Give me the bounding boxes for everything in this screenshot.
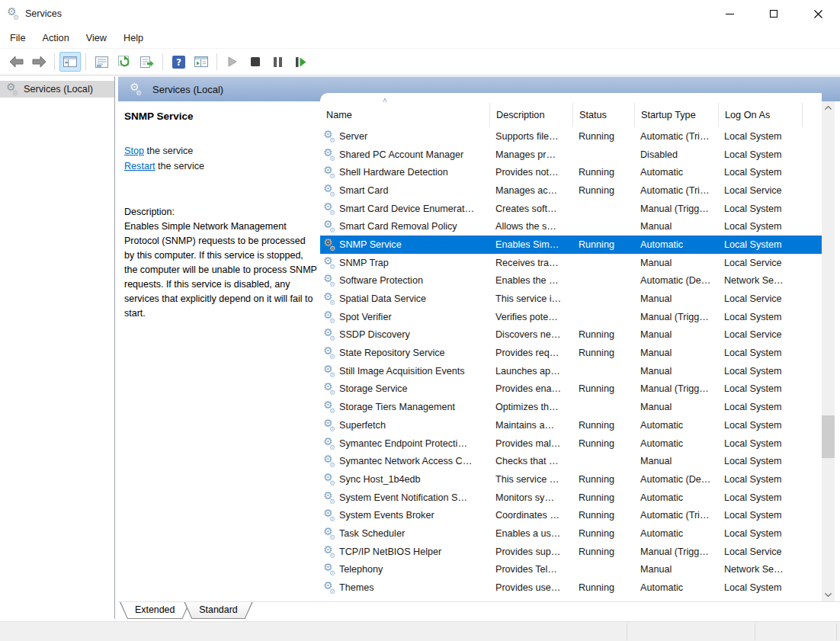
stop-service-link[interactable]: Stop bbox=[124, 146, 144, 156]
tab-standard[interactable]: Standard bbox=[184, 602, 252, 619]
menu-help[interactable]: Help bbox=[115, 27, 152, 48]
service-log-on-as: Local System bbox=[719, 204, 803, 214]
service-row[interactable]: Still Image Acquisition Events Launches … bbox=[320, 362, 822, 380]
service-row[interactable]: Themes Provides use… Running Automatic L… bbox=[320, 579, 822, 597]
column-header-startup-type[interactable]: Startup Type bbox=[635, 103, 719, 127]
service-name: Spot Verifier bbox=[339, 312, 392, 322]
close-button[interactable] bbox=[796, 0, 840, 27]
service-row[interactable]: SNMP Service Enables Sim… Running Automa… bbox=[320, 236, 822, 254]
scrollbar-thumb[interactable] bbox=[822, 415, 835, 458]
service-description: Monitors sy… bbox=[490, 492, 573, 503]
service-row[interactable]: Smart Card Removal Policy Allows the s… … bbox=[320, 217, 822, 236]
service-row[interactable]: State Repository Service Provides req… R… bbox=[320, 344, 822, 362]
maximize-button[interactable] bbox=[752, 0, 796, 27]
service-name: Software Protection bbox=[339, 275, 423, 286]
service-row[interactable]: Symantec Network Access C… Checks that …… bbox=[320, 452, 822, 470]
minimize-button[interactable] bbox=[707, 0, 752, 27]
service-row[interactable]: Software Protection Enables the … Automa… bbox=[320, 272, 822, 290]
pause-icon bbox=[274, 57, 283, 67]
service-row[interactable]: Storage Tiers Management Optimizes th… M… bbox=[320, 398, 822, 416]
service-name-cell: Smart Card Device Enumerat… bbox=[320, 203, 490, 215]
service-row[interactable]: Shared PC Account Manager Manages pr… Di… bbox=[320, 146, 822, 164]
tree-item-services-local[interactable]: Services (Local) bbox=[0, 81, 114, 98]
restart-service-button[interactable] bbox=[290, 52, 312, 72]
column-header-status[interactable]: Status bbox=[573, 103, 635, 127]
service-name: Smart Card bbox=[339, 185, 388, 196]
service-description: Provides req… bbox=[490, 348, 573, 358]
restart-service-link[interactable]: Restart bbox=[124, 161, 155, 171]
start-service-button[interactable] bbox=[222, 52, 243, 72]
service-status: Running bbox=[573, 131, 635, 142]
vertical-scrollbar[interactable] bbox=[822, 101, 835, 601]
service-status: Running bbox=[573, 348, 635, 358]
column-header-description[interactable]: Description bbox=[490, 103, 573, 127]
help-button[interactable]: ? bbox=[168, 52, 189, 72]
service-startup-type: Manual bbox=[635, 221, 719, 232]
service-row[interactable]: Superfetch Maintains a… Running Automati… bbox=[320, 416, 822, 434]
service-description: Creates soft… bbox=[490, 204, 573, 214]
service-name-cell: Storage Tiers Management bbox=[320, 401, 490, 413]
service-row[interactable]: SSDP Discovery Discovers ne… Running Man… bbox=[320, 326, 822, 345]
scroll-down-button[interactable] bbox=[822, 588, 835, 601]
service-description: Coordinates … bbox=[490, 510, 573, 521]
service-row[interactable]: Sync Host_1b4edb This service … Running … bbox=[320, 470, 822, 489]
service-startup-type: Manual (Trigg… bbox=[635, 312, 719, 322]
forward-button[interactable] bbox=[28, 52, 50, 72]
service-log-on-as: Local Service bbox=[719, 329, 803, 340]
service-description-block: Description: Enables Simple Network Mana… bbox=[124, 205, 318, 321]
service-row[interactable]: Server Supports file… Running Automatic … bbox=[320, 127, 822, 146]
service-row[interactable]: Shell Hardware Detection Provides not… R… bbox=[320, 163, 822, 181]
service-row[interactable]: Task Scheduler Enables a us… Running Aut… bbox=[320, 524, 822, 543]
service-startup-type: Automatic bbox=[635, 239, 719, 250]
service-row[interactable]: System Events Broker Coordinates … Runni… bbox=[320, 506, 822, 524]
service-row[interactable]: Storage Service Provides ena… Running Ma… bbox=[320, 380, 822, 399]
service-log-on-as: Local System bbox=[719, 420, 803, 431]
service-gear-icon bbox=[323, 455, 335, 467]
scroll-up-button[interactable] bbox=[822, 101, 835, 114]
service-row[interactable]: System Event Notification S… Monitors sy… bbox=[320, 489, 822, 507]
tab-extended[interactable]: Extended bbox=[120, 602, 190, 619]
pause-service-button[interactable] bbox=[268, 52, 289, 72]
service-name-cell: Shell Hardware Detection bbox=[320, 166, 490, 178]
show-action-pane-button[interactable] bbox=[191, 52, 212, 72]
column-header-log-on-as[interactable]: Log On As bbox=[719, 103, 803, 127]
service-log-on-as: Local System bbox=[719, 239, 803, 250]
service-row[interactable]: Smart Card Manages ac… Running Automatic… bbox=[320, 181, 822, 200]
service-row[interactable]: Telephony Provides Tel… Manual Network S… bbox=[320, 561, 822, 579]
service-gear-icon bbox=[323, 257, 335, 269]
menu-file[interactable]: File bbox=[2, 27, 34, 48]
stop-service-line: Stop the service bbox=[124, 143, 314, 159]
pane-header-label: Services (Local) bbox=[152, 84, 223, 95]
service-row[interactable]: Spot Verifier Verifies pote… Manual (Tri… bbox=[320, 308, 822, 326]
service-description: Provides sup… bbox=[490, 546, 573, 557]
menu-view[interactable]: View bbox=[78, 27, 115, 48]
properties-button[interactable] bbox=[91, 52, 112, 72]
refresh-button[interactable] bbox=[114, 52, 135, 72]
service-status: Running bbox=[573, 546, 635, 557]
service-row[interactable]: TCP/IP NetBIOS Helper Provides sup… Runn… bbox=[320, 543, 822, 561]
menu-action[interactable]: Action bbox=[34, 27, 77, 48]
service-log-on-as: Local System bbox=[719, 510, 803, 521]
title-bar: Services bbox=[0, 0, 840, 27]
service-row[interactable]: SNMP Trap Receives tra… Manual Local Ser… bbox=[320, 254, 822, 272]
export-list-button[interactable] bbox=[136, 52, 158, 72]
service-description: Manages ac… bbox=[490, 185, 573, 196]
service-name-cell: Superfetch bbox=[320, 419, 490, 431]
service-name: SSDP Discovery bbox=[339, 329, 410, 340]
back-button[interactable] bbox=[5, 52, 27, 72]
pane-header-gear-icon bbox=[130, 83, 142, 95]
chevron-down-icon bbox=[825, 593, 832, 597]
column-header-name[interactable]: Name bbox=[320, 103, 490, 127]
service-row[interactable]: Smart Card Device Enumerat… Creates soft… bbox=[320, 200, 822, 218]
service-startup-type: Manual bbox=[635, 348, 719, 358]
stop-service-button[interactable] bbox=[245, 52, 266, 72]
chevron-up-icon bbox=[825, 106, 832, 110]
services-gear-icon bbox=[6, 83, 18, 95]
service-row[interactable]: Spatial Data Service This service i… Man… bbox=[320, 290, 822, 308]
service-gear-icon bbox=[323, 473, 335, 486]
show-console-tree-button[interactable] bbox=[59, 52, 81, 72]
service-name: Storage Service bbox=[339, 383, 408, 394]
service-name: Server bbox=[339, 131, 367, 142]
service-row[interactable]: Symantec Endpoint Protecti… Provides mal… bbox=[320, 434, 822, 453]
service-name-cell: State Repository Service bbox=[320, 347, 490, 359]
